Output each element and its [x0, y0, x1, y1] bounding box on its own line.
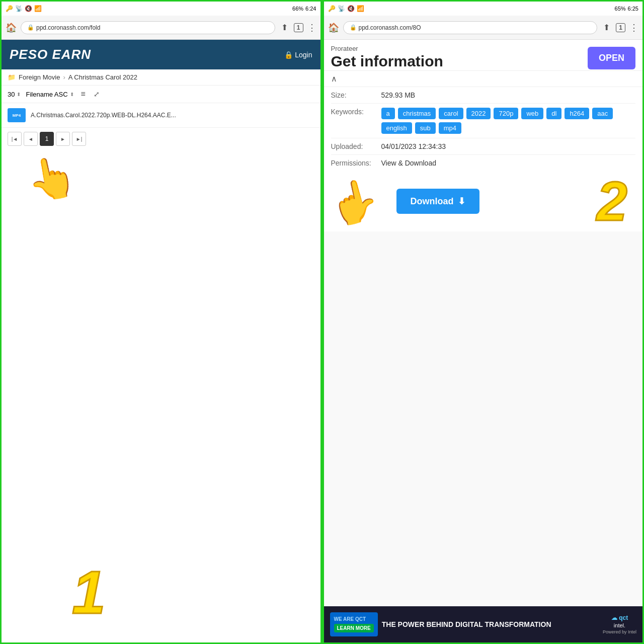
folder-icon: 📁 [8, 73, 16, 81]
lock-icon-left: 🔒 [27, 24, 34, 31]
keyword-aac: aac [592, 108, 613, 119]
ad-left: WE ARE QCT LEARN MORE [330, 612, 378, 636]
prorateer-label: Prorateer [331, 45, 443, 52]
sort-selector[interactable]: Filename ASC ⬍ [26, 91, 73, 98]
left-time: 6:24 [305, 6, 316, 12]
right-status-bar: 🔑 📡 🔇 📶 65% 6:25 [324, 2, 643, 16]
pagination: |◄ ◄ 1 ► ►| [2, 128, 320, 150]
brand-name: PeSO EARN [10, 47, 91, 62]
download-label: Download [411, 196, 454, 207]
left-wifi-icon: 📶 [34, 5, 42, 12]
next-page-btn[interactable]: ► [56, 132, 70, 146]
file-controls: 30 ⬍ Filename ASC ⬍ ≡ ⤢ [2, 86, 320, 103]
menu-dots-right[interactable]: ⋮ [629, 22, 638, 33]
ad-text: THE POWER BEHIND DIGITAL TRANSFORMATION [382, 620, 551, 628]
open-button[interactable]: OPEN [588, 47, 635, 69]
left-cast-icon: 📡 [15, 5, 23, 12]
sort-value: Filename ASC [26, 91, 67, 98]
download-section: 👆 Download ⬇ 2 [324, 171, 643, 231]
right-cast-icon: 📡 [338, 5, 345, 12]
right-mute-icon: 🔇 [347, 5, 355, 12]
file-item[interactable]: MP4 A.Christmas.Carol.2022.720p.WEB-DL.H… [2, 103, 320, 128]
keyword-dl: dl [546, 108, 561, 119]
count-selector[interactable]: 30 ⬍ [8, 91, 21, 98]
url-box-left[interactable]: 🔒 ppd.coronassh.com/fold [21, 21, 275, 34]
expand-icon[interactable]: ⤢ [94, 90, 100, 98]
keyword-christmas: christmas [398, 108, 436, 119]
permissions-row: Permissions: View & Download [331, 155, 636, 171]
keywords-row: Keywords: a christmas carol 2022 720p we… [331, 104, 636, 138]
tab-badge-right[interactable]: 1 [616, 23, 625, 32]
first-page-btn[interactable]: |◄ [8, 132, 22, 146]
right-battery: 65% [615, 6, 626, 12]
ad-right: ☁ qct intel. Powered by Intel [603, 614, 636, 634]
keyword-web: web [521, 108, 543, 119]
share-icon-right[interactable]: ⬆ [601, 23, 612, 32]
left-address-bar: 🏠 🔒 ppd.coronassh.com/fold ⬆ 1 ⋮ [2, 16, 320, 40]
home-icon[interactable]: 🏠 [6, 22, 17, 33]
download-icon: ⬇ [458, 196, 465, 207]
current-page-btn[interactable]: 1 [40, 132, 54, 146]
tab-badge-left[interactable]: 1 [294, 23, 303, 32]
size-label: Size: [331, 91, 381, 99]
menu-dots-left[interactable]: ⋮ [307, 22, 316, 33]
left-battery: 66% [292, 6, 303, 12]
count-arrows: ⬍ [17, 92, 21, 97]
ad-center: THE POWER BEHIND DIGITAL TRANSFORMATION [382, 620, 599, 629]
keyword-mp4: mp4 [439, 122, 461, 134]
annotation-number-1: 1 [72, 562, 106, 622]
keyword-sub: sub [415, 122, 436, 134]
uploaded-label: Uploaded: [331, 142, 381, 150]
keyword-carol: carol [439, 108, 463, 119]
url-box-right[interactable]: 🔒 ppd.coronassh.com/8O [343, 21, 598, 34]
download-button[interactable]: Download ⬇ [396, 189, 479, 214]
share-icon-left[interactable]: ⬆ [279, 23, 290, 32]
keywords-label: Keywords: [331, 108, 381, 116]
hand-cursor-right: 👆 [324, 173, 384, 232]
url-text-right: ppd.coronassh.com/8O [359, 24, 421, 31]
brand-header: PeSO EARN 🔒 Login [2, 40, 320, 69]
annotation-number-2: 2 [597, 174, 627, 229]
breadcrumb-item-foreign[interactable]: Foreign Movie [19, 73, 60, 81]
keyword-english: english [381, 122, 412, 134]
file-type-label: MP4 [13, 113, 21, 118]
uploaded-value: 04/01/2023 12:34:33 [381, 142, 636, 150]
left-annotation-area: 👆 1 [2, 150, 320, 642]
left-phone-panel: 🔑 📡 🔇 📶 66% 6:24 🏠 🔒 ppd.coronassh.com/f… [0, 0, 320, 644]
home-icon-right[interactable]: 🏠 [328, 22, 339, 33]
last-page-btn[interactable]: ►| [72, 132, 86, 146]
ad-qct-label: WE ARE QCT [334, 616, 374, 622]
url-text-left: ppd.coronassh.com/fold [36, 24, 100, 31]
right-time: 6:25 [628, 6, 638, 12]
prev-page-btn[interactable]: ◄ [24, 132, 38, 146]
uploaded-row: Uploaded: 04/01/2023 12:34:33 [331, 138, 636, 155]
qct-logo: ☁ qct [611, 614, 628, 621]
file-thumbnail: MP4 [8, 108, 26, 122]
permissions-label: Permissions: [331, 159, 381, 167]
ad-banner: WE ARE QCT LEARN MORE THE POWER BEHIND D… [324, 606, 643, 642]
breadcrumb: 📁 Foreign Movie › A Christmas Carol 2022 [2, 69, 320, 86]
left-mute-icon: 🔇 [25, 5, 32, 12]
left-status-bar: 🔑 📡 🔇 📶 66% 6:24 [2, 2, 320, 16]
size-value: 529.93 MB [381, 91, 636, 99]
hand-cursor-left: 👆 [23, 151, 81, 206]
ad-learn-more[interactable]: LEARN MORE [334, 624, 374, 632]
breadcrumb-sep: › [63, 73, 65, 81]
breadcrumb-item-christmas[interactable]: A Christmas Carol 2022 [68, 73, 137, 81]
right-phone-panel: 🔑 📡 🔇 📶 65% 6:25 🏠 🔒 ppd.coronassh.com/8… [323, 0, 645, 644]
size-row: Size: 529.93 MB [331, 87, 636, 104]
keyword-720p: 720p [494, 108, 518, 119]
login-button[interactable]: 🔒 Login [284, 51, 312, 59]
list-view-icon[interactable]: ≡ [81, 90, 86, 99]
count-value: 30 [8, 91, 15, 98]
keyword-h264: h264 [565, 108, 589, 119]
get-info-title: Get information [331, 52, 443, 70]
collapse-icon[interactable]: ∧ [324, 71, 643, 87]
sort-arrows: ⬍ [70, 92, 74, 97]
right-wifi-icon: 📶 [357, 5, 364, 12]
keyword-a: a [381, 108, 395, 119]
lock-icon-right: 🔒 [350, 24, 357, 31]
prorateer-header: Prorateer Get information OPEN [324, 40, 643, 71]
file-name[interactable]: A.Christmas.Carol.2022.720p.WEB-DL.H264.… [31, 112, 314, 119]
permissions-value: View & Download [381, 159, 636, 167]
